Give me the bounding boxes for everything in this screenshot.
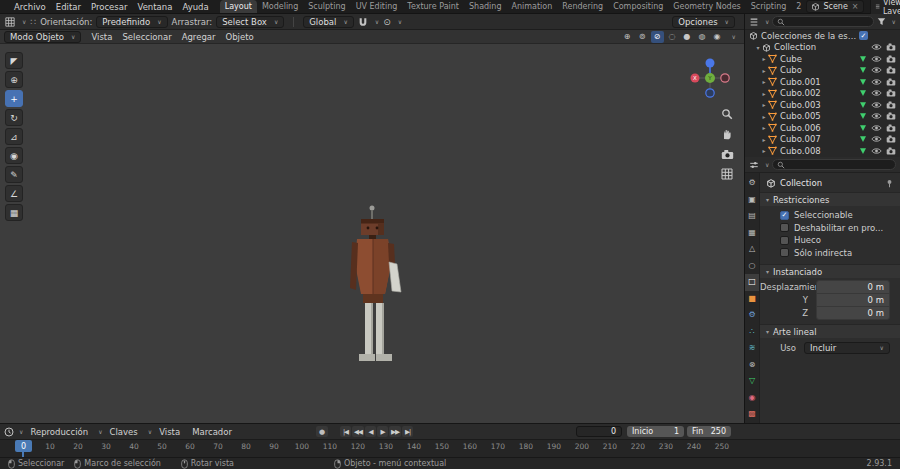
outliner-item[interactable]: ▸ Cubo.001 <box>745 76 900 88</box>
checkbox-row[interactable]: ✓ Deshabilitar en pro... <box>760 222 900 235</box>
eye-icon[interactable] <box>871 55 882 63</box>
jump-end-button[interactable]: ▶| <box>402 426 413 437</box>
viewport-menu[interactable]: Seleccionar <box>117 32 176 42</box>
editor-type-chevron-icon[interactable]: ∨ <box>22 19 26 25</box>
filter-chevron-icon[interactable]: ∨ <box>892 19 896 25</box>
scene-tab[interactable]: △ <box>745 241 759 258</box>
camera-icon[interactable] <box>886 89 896 97</box>
field-value[interactable]: 0 m <box>816 306 890 320</box>
play-button[interactable]: ▶ <box>377 426 388 437</box>
shading-material-icon[interactable]: ◍ <box>696 31 709 43</box>
constraints-tab[interactable]: ⊗ <box>745 357 759 374</box>
marker-menu[interactable]: Marcador <box>187 427 237 437</box>
workspace-tab[interactable]: UV Editing <box>351 0 403 13</box>
viewport-menu[interactable]: Agregar <box>177 32 221 42</box>
camera-icon[interactable] <box>886 43 896 51</box>
auto-key-button[interactable]: ● <box>316 426 328 437</box>
section-instanciado[interactable]: ▾ Instanciado <box>760 264 900 278</box>
prev-keyframe-button[interactable]: ◀◀ <box>352 426 364 437</box>
keying-menu[interactable]: Claves <box>105 427 143 437</box>
eye-icon[interactable] <box>871 112 882 120</box>
view-menu[interactable]: Vista <box>154 427 185 437</box>
topbar-menu[interactable]: Ayuda <box>177 2 213 12</box>
expand-icon[interactable]: ▸ <box>760 136 768 143</box>
viewport-menu[interactable]: Objeto <box>221 32 259 42</box>
cursor-tool[interactable]: ⊕ <box>5 71 23 88</box>
checkbox-row[interactable]: ✓ Sólo indirecta <box>760 247 900 260</box>
camera-icon[interactable] <box>886 124 896 132</box>
navigation-gizmo[interactable]: X Y <box>688 56 732 100</box>
workspace-tab[interactable]: Geometry Nodes <box>668 0 745 13</box>
workspace-tab[interactable]: Layout <box>220 0 257 13</box>
workspace-tab[interactable]: Rendering <box>557 0 608 13</box>
outliner-item[interactable]: ▸ Cubo.006 <box>745 122 900 134</box>
eye-icon[interactable] <box>871 78 882 86</box>
editor-type-icon[interactable] <box>5 17 15 27</box>
frame-end-field[interactable]: Fin 250 <box>687 426 731 437</box>
select-box-tool[interactable]: ◤ <box>5 52 23 69</box>
outliner-item[interactable]: ▸ Cubo.008 <box>745 145 900 157</box>
expand-icon[interactable]: ▸ <box>760 113 768 120</box>
workspace-tab[interactable]: Texture Paint <box>402 0 464 13</box>
texture-tab[interactable]: ▩ <box>745 406 759 423</box>
object-tab[interactable]: ■ <box>745 291 759 308</box>
filter-icon[interactable] <box>877 17 886 26</box>
camera-icon[interactable] <box>886 112 896 120</box>
transform-pivot-dropdown[interactable]: Global ∨ <box>303 16 354 28</box>
scale-tool[interactable]: ⊿ <box>5 128 23 145</box>
snap-chevron-icon[interactable]: ∨ <box>375 19 379 25</box>
eye-icon[interactable] <box>871 124 882 132</box>
mode-dropdown[interactable]: Modo Objeto ∨ <box>4 31 81 43</box>
collapse-icon[interactable]: ▾ <box>754 44 762 51</box>
collection-checkbox[interactable]: ✓ <box>859 31 868 40</box>
playhead[interactable]: 0 <box>15 440 32 452</box>
orthographic-toggle-icon[interactable] <box>719 166 735 182</box>
topbar-menu[interactable]: Procesar <box>86 2 133 12</box>
camera-view-icon[interactable] <box>719 146 735 162</box>
proportional-editing-icon[interactable]: ⊙ <box>383 17 391 27</box>
eye-icon[interactable] <box>871 43 882 51</box>
expand-icon[interactable]: ▸ <box>760 147 768 154</box>
workspace-tab[interactable]: Animation <box>506 0 557 13</box>
camera-icon[interactable] <box>886 78 896 86</box>
outliner-item[interactable]: ▸ Cubo.002 <box>745 88 900 100</box>
section-restricciones[interactable]: ▾ Restricciones <box>760 192 900 206</box>
timeline-editor-icon[interactable] <box>4 427 14 437</box>
checkbox[interactable]: ✓ <box>780 223 789 232</box>
workspace-tab-extra[interactable]: 2 <box>791 0 806 13</box>
expand-icon[interactable]: ▸ <box>760 55 768 62</box>
eye-icon[interactable] <box>871 135 882 143</box>
camera-icon[interactable] <box>886 66 896 74</box>
workspace-tab[interactable]: Modeling <box>257 0 303 13</box>
camera-icon[interactable] <box>886 101 896 109</box>
viewport-canvas[interactable]: ◤⊕+↻⊿◉✎∠▦ <box>0 44 744 423</box>
shading-rendered-icon[interactable]: ◉ <box>711 31 724 43</box>
output-tab[interactable]: ▤ <box>745 208 759 225</box>
eye-icon[interactable] <box>871 147 882 155</box>
world-tab[interactable]: ○ <box>745 258 759 275</box>
overlays-toggle-icon[interactable]: ⊚ <box>636 31 649 43</box>
outliner-editor-icon[interactable] <box>749 17 759 27</box>
topbar-menu[interactable]: Ventana <box>132 2 177 12</box>
camera-icon[interactable] <box>886 135 896 143</box>
data-tab[interactable]: ▽ <box>745 373 759 390</box>
measure-tool[interactable]: ∠ <box>5 185 23 202</box>
playback-menu[interactable]: Reproducción <box>25 427 93 437</box>
timeline-ruler[interactable]: 0102030405060708090100110120130140150160… <box>0 439 900 458</box>
checkbox[interactable]: ✓ <box>780 248 789 257</box>
expand-icon[interactable]: ▸ <box>760 101 768 108</box>
workspace-tab[interactable]: Sculpting <box>303 0 350 13</box>
workspace-tab[interactable]: Compositing <box>608 0 668 13</box>
expand-icon[interactable]: ▸ <box>760 67 768 74</box>
expand-icon[interactable]: ▸ <box>760 78 768 85</box>
checkbox-row[interactable]: ✓ Hueco <box>760 234 900 247</box>
physics-tab[interactable]: ≋ <box>745 340 759 357</box>
rotate-tool[interactable]: ↻ <box>5 109 23 126</box>
outliner-item[interactable]: ▸ Cubo <box>745 65 900 77</box>
eye-icon[interactable] <box>871 66 882 74</box>
xray-toggle-icon[interactable]: ⊘ <box>651 31 664 43</box>
shading-solid-icon[interactable]: ● <box>681 31 694 43</box>
topbar-menu[interactable]: Editar <box>51 2 86 12</box>
drag-dropdown[interactable]: Select Box ∨ <box>216 16 284 28</box>
expand-icon[interactable]: ▸ <box>760 124 768 131</box>
